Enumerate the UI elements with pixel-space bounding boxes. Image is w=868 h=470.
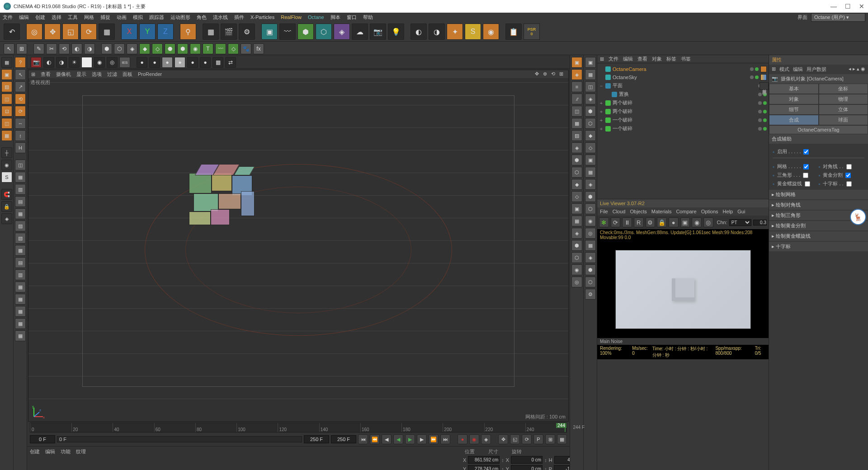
col-cross[interactable]: 十字标 bbox=[769, 242, 868, 251]
lv-chn-select[interactable]: PT bbox=[729, 219, 751, 226]
tab-spherical[interactable]: 球面 bbox=[819, 115, 868, 125]
tab-coord[interactable]: 坐标 bbox=[819, 84, 868, 94]
menu-edit[interactable]: 编辑 bbox=[19, 14, 29, 21]
lv-menu-compare[interactable]: Compare bbox=[676, 209, 696, 214]
rt2-19-icon[interactable]: ⬡ bbox=[585, 277, 596, 287]
oct-2-icon[interactable]: ◑ bbox=[56, 57, 67, 68]
col-spiral[interactable]: 绘制黄金螺旋线 bbox=[769, 231, 868, 241]
lv-settings-icon[interactable]: ⚙ bbox=[646, 217, 656, 227]
rt2-12-icon[interactable]: ⬢ bbox=[585, 191, 596, 202]
ll-tab-func[interactable]: 功能 bbox=[61, 448, 71, 455]
lp2-16-icon[interactable]: ▦ bbox=[15, 245, 26, 256]
octane-btn-icon[interactable]: ◐ bbox=[410, 24, 427, 40]
menu-realflow[interactable]: RealFlow bbox=[281, 14, 302, 20]
axis-y-icon[interactable]: Y bbox=[139, 24, 156, 40]
menu-select[interactable]: 选择 bbox=[52, 14, 61, 21]
cube-primitive-icon[interactable]: ▣ bbox=[261, 24, 278, 40]
timeline-cursor[interactable]: 244 bbox=[556, 423, 566, 428]
vp-menu-view[interactable]: 查看 bbox=[41, 71, 51, 78]
oct-mat5-icon[interactable]: ● bbox=[187, 57, 198, 68]
lv-menu-cloud[interactable]: Cloud bbox=[613, 209, 626, 214]
lp2-12-icon[interactable]: ▤ bbox=[15, 196, 26, 207]
lp2-1-icon[interactable]: ? bbox=[15, 57, 26, 68]
spline-icon[interactable]: 〰 bbox=[279, 24, 296, 40]
chk-diag[interactable] bbox=[846, 164, 852, 169]
tb2-2-icon[interactable]: ⊞ bbox=[16, 43, 27, 54]
undo-icon[interactable]: ↶ bbox=[4, 24, 20, 40]
lp-snap-icon[interactable]: 🧲 bbox=[1, 189, 12, 200]
rt2-9-icon[interactable]: ▣ bbox=[585, 155, 596, 165]
rt2-13-icon[interactable]: ⬡ bbox=[585, 203, 596, 214]
play-icon[interactable]: ▶ bbox=[405, 434, 415, 444]
tb2-15-icon[interactable]: ◉ bbox=[190, 43, 201, 54]
next-key-icon[interactable]: ⏩ bbox=[429, 434, 439, 444]
lp2-11-icon[interactable]: ▥ bbox=[15, 184, 26, 195]
rt2-6-icon[interactable]: ⬡ bbox=[585, 118, 596, 129]
rt-11-icon[interactable]: ◆ bbox=[571, 179, 582, 190]
tb2-1-icon[interactable]: ↖ bbox=[4, 43, 14, 54]
chk-enable[interactable] bbox=[803, 149, 809, 155]
col-grid[interactable]: 绘制网格 bbox=[769, 190, 868, 199]
tab-detail[interactable]: 细节 bbox=[769, 104, 819, 115]
frame-end[interactable] bbox=[331, 435, 356, 443]
viewport-3d[interactable]: 透视视图 网格间距 : 100 cm yxz bbox=[28, 78, 568, 421]
lp-edge-mode-icon[interactable]: ◫ bbox=[1, 118, 12, 129]
octane-btn3-icon[interactable]: ✦ bbox=[447, 24, 463, 40]
coord-system-icon[interactable]: ⚲ bbox=[180, 24, 196, 40]
move-tool-icon[interactable]: ✥ bbox=[44, 24, 61, 40]
vp-nav-layout-icon[interactable]: ⊞ bbox=[559, 71, 566, 77]
window-close[interactable]: ✕ bbox=[859, 3, 864, 10]
vp-nav-zoom-icon[interactable]: ⊕ bbox=[543, 71, 549, 77]
attr-panel-icon[interactable]: ⊞ bbox=[772, 66, 776, 73]
rt2-5-icon[interactable]: ⬢ bbox=[585, 106, 596, 117]
lp2-17-icon[interactable]: ▤ bbox=[15, 257, 26, 268]
axis-x-icon[interactable]: X bbox=[121, 24, 137, 40]
tb2-8-icon[interactable]: ⬢ bbox=[101, 43, 112, 54]
prev-frame-icon[interactable]: ◀ bbox=[382, 434, 392, 444]
oct-4-icon[interactable] bbox=[81, 57, 92, 68]
goto-end-icon[interactable]: ⏭ bbox=[440, 434, 450, 444]
rt-15-icon[interactable]: ◈ bbox=[571, 228, 582, 239]
lv-sphere-icon[interactable]: ● bbox=[669, 217, 679, 227]
lv-menu-objects[interactable]: Objects bbox=[630, 209, 646, 214]
render-picture-icon[interactable]: 🎬 bbox=[221, 24, 237, 40]
menu-help[interactable]: 帮助 bbox=[363, 14, 373, 21]
rt2-1-icon[interactable]: ▣ bbox=[585, 57, 596, 68]
menu-mograph[interactable]: 运动图形 bbox=[170, 14, 190, 21]
rt-9-icon[interactable]: ⬢ bbox=[571, 155, 582, 165]
lv-pick2-icon[interactable]: ◎ bbox=[703, 217, 713, 227]
pos-y[interactable] bbox=[468, 465, 500, 470]
oct-ies-icon[interactable]: IES bbox=[119, 57, 130, 68]
tb2-14-icon[interactable]: ⬢ bbox=[177, 43, 188, 54]
vp-menu-filter[interactable]: 过滤 bbox=[107, 71, 117, 78]
octane-s-icon[interactable]: S bbox=[465, 24, 481, 40]
oct-6-icon[interactable]: ◎ bbox=[107, 57, 118, 68]
rt2-7-icon[interactable]: ◆ bbox=[585, 130, 596, 141]
attr-title-tab[interactable]: 属性 bbox=[772, 56, 782, 63]
tb2-fx-icon[interactable]: fx bbox=[253, 43, 264, 54]
oct-1-icon[interactable]: ◐ bbox=[43, 57, 54, 68]
lp2-10-icon[interactable]: ▦ bbox=[15, 172, 26, 183]
lp-workplane-icon[interactable]: ◫ bbox=[1, 94, 12, 104]
rt2-3-icon[interactable]: ◫ bbox=[585, 81, 596, 92]
obj-menu-obj[interactable]: 对象 bbox=[652, 56, 662, 62]
tb2-7-icon[interactable]: ◑ bbox=[84, 43, 95, 54]
rt-19-icon[interactable]: ◎ bbox=[571, 277, 582, 287]
vp-nav-orbit-icon[interactable]: ⟲ bbox=[551, 71, 557, 77]
lv-start-icon[interactable]: ✻ bbox=[599, 217, 609, 227]
rt-4-icon[interactable]: ⫽ bbox=[571, 94, 582, 104]
script-btn-icon[interactable]: 📋 bbox=[505, 24, 522, 40]
tb2-18-icon[interactable]: ◇ bbox=[228, 43, 239, 54]
lp2-20-icon[interactable]: ▦ bbox=[15, 294, 26, 305]
tab-physical[interactable]: 物理 bbox=[819, 94, 868, 104]
chk-cross[interactable] bbox=[846, 181, 852, 187]
rt-7-icon[interactable]: ▨ bbox=[571, 130, 582, 141]
oct-mat4-icon[interactable]: ● bbox=[175, 57, 185, 68]
rt-16-icon[interactable]: ⬢ bbox=[571, 240, 582, 251]
rt-17-icon[interactable]: ⬡ bbox=[571, 252, 582, 263]
attr-menu-userdata[interactable]: 用户数据 bbox=[807, 66, 826, 73]
lp2-6-icon[interactable]: ↔ bbox=[15, 118, 26, 129]
vp-menu-display[interactable]: 显示 bbox=[76, 71, 86, 78]
rt-10-icon[interactable]: ⬡ bbox=[571, 167, 582, 178]
attr-nav-up-icon[interactable]: ▴ bbox=[857, 66, 859, 73]
